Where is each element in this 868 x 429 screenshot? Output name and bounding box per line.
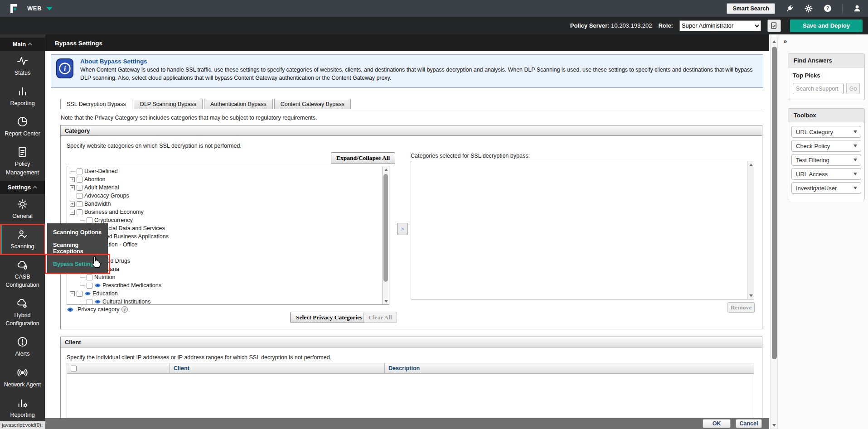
report-center-icon: [16, 116, 29, 128]
category-checkbox[interactable]: [77, 193, 82, 199]
product-dropdown-caret-icon[interactable]: [46, 7, 53, 10]
smart-search-button[interactable]: Smart Search: [727, 3, 775, 14]
scroll-up-arrow-icon[interactable]: [771, 38, 777, 45]
flyout-item-scanning-options[interactable]: Scanning Options: [47, 224, 108, 240]
sidebar-item-casb-configuration[interactable]: CASB Configuration: [0, 255, 45, 293]
category-checkbox[interactable]: [87, 299, 92, 305]
tree-row-education: −Education: [67, 289, 382, 298]
tree-scrollbar[interactable]: [382, 166, 389, 304]
tab-ssl-decryption-bypass[interactable]: SSL Decryption Bypass: [60, 99, 132, 109]
gear-icon[interactable]: [804, 4, 813, 13]
save-and-deploy-button[interactable]: Save and Deploy: [790, 19, 863, 32]
category-checkbox[interactable]: [87, 217, 92, 223]
category-checkbox[interactable]: [77, 185, 82, 191]
toolbox-dropdown-test-filtering[interactable]: Test Filtering: [791, 154, 861, 166]
category-checkbox[interactable]: [77, 201, 82, 207]
chevron-down-icon: [853, 159, 857, 161]
category-label[interactable]: Nutrition: [94, 274, 116, 280]
sidebar-section-main[interactable]: Main: [0, 38, 45, 51]
selected-list-scrollbar[interactable]: [747, 161, 754, 299]
privacy-info-icon[interactable]: i: [121, 306, 128, 313]
cancel-button[interactable]: Cancel: [736, 419, 762, 428]
category-checkbox[interactable]: [77, 177, 82, 183]
expand-icon[interactable]: +: [70, 202, 75, 207]
sidebar-section-settings[interactable]: Settings: [0, 181, 45, 194]
sidebar-item-report-center[interactable]: Report Center: [0, 111, 45, 142]
privacy-eye-icon: [84, 291, 91, 296]
scroll-down-arrow-icon[interactable]: [383, 298, 389, 304]
ok-button[interactable]: OK: [703, 419, 731, 428]
category-label[interactable]: Cryptocurrency: [94, 217, 133, 223]
toolbox-dropdown-check-policy[interactable]: Check Policy: [791, 140, 861, 152]
category-label[interactable]: Advocacy Groups: [84, 193, 129, 199]
expand-icon[interactable]: +: [70, 185, 75, 190]
sidebar-item-alerts[interactable]: Alerts: [0, 332, 45, 362]
category-label[interactable]: Business and Economy: [84, 209, 144, 215]
client-column-header: Client: [170, 363, 385, 373]
toolbox-dropdown-url-category[interactable]: URL Category: [791, 126, 861, 138]
clear-all-button[interactable]: Clear All: [364, 312, 397, 323]
category-checkbox[interactable]: [77, 291, 82, 297]
main-scrollbar-thumb[interactable]: [772, 47, 777, 359]
sidebar-item-hybrid-configuration[interactable]: Hybrid Configuration: [0, 293, 45, 332]
scroll-down-arrow-icon[interactable]: [747, 292, 754, 299]
main-scrollbar[interactable]: [770, 38, 778, 429]
category-checkbox[interactable]: [87, 283, 92, 289]
category-checkbox[interactable]: [87, 275, 92, 280]
collapse-panel-icon[interactable]: »: [783, 37, 787, 45]
category-label[interactable]: Education: [92, 290, 118, 297]
add-category-button[interactable]: >: [397, 223, 408, 235]
category-label[interactable]: Bandwidth: [84, 201, 111, 207]
role-select[interactable]: Super Administrator: [679, 20, 761, 31]
role-label: Role:: [658, 22, 673, 29]
toolbox-dropdown-investigateuser[interactable]: InvestigateUser: [791, 182, 861, 194]
sidebar-item-label: Reporting: [2, 411, 44, 419]
user-icon[interactable]: [853, 4, 862, 13]
category-label[interactable]: Cultural Institutions: [102, 299, 150, 305]
sidebar-item-status[interactable]: Status: [0, 51, 45, 81]
deploy-status-icon[interactable]: [767, 19, 781, 32]
select-all-checkbox[interactable]: [71, 366, 77, 371]
tree-scrollbar-thumb[interactable]: [383, 174, 388, 282]
go-button[interactable]: Go: [846, 83, 860, 94]
sidebar-item-general[interactable]: General: [0, 194, 45, 224]
tab-dlp-scanning-bypass[interactable]: DLP Scanning Bypass: [134, 99, 203, 109]
sidebar-section-label: Settings: [8, 184, 31, 191]
sidebar-item-reporting[interactable]: Reporting: [0, 393, 45, 423]
flyout-item-scanning-exceptions[interactable]: Scanning Exceptions: [47, 240, 108, 256]
plug-icon[interactable]: [785, 4, 794, 13]
category-label[interactable]: User-Defined: [84, 168, 118, 174]
topbar-divider: [842, 4, 843, 13]
toolbox-dropdown-url-access[interactable]: URL Access: [791, 168, 861, 180]
remove-button[interactable]: Remove: [727, 302, 755, 313]
sidebar-item-network-agent[interactable]: Network Agent: [0, 362, 45, 393]
about-title: About Bypass Settings: [80, 58, 758, 65]
category-tree: User-Defined+Abortion+Adult MaterialAdvo…: [67, 166, 389, 305]
status-bar-link-text: javascript:void(0);: [0, 421, 45, 429]
category-label[interactable]: Prescribed Medications: [102, 282, 161, 289]
collapse-icon[interactable]: −: [70, 291, 75, 296]
tab-authentication-bypass[interactable]: Authentication Bypass: [204, 99, 273, 109]
esupport-search-input[interactable]: [793, 83, 844, 94]
category-checkbox[interactable]: [77, 209, 82, 215]
help-icon[interactable]: ?: [823, 4, 832, 13]
category-checkbox[interactable]: [77, 169, 82, 174]
sidebar-item-label: Alerts: [2, 350, 44, 358]
scroll-down-arrow-icon[interactable]: [771, 422, 777, 429]
toolbox-card: Toolbox URL CategoryCheck PolicyTest Fil…: [788, 108, 865, 200]
policy-bar: Policy Server: 10.203.193.202 Role: Supe…: [0, 17, 868, 34]
selected-categories-list[interactable]: [411, 161, 754, 299]
scroll-up-arrow-icon[interactable]: [383, 166, 389, 173]
scroll-up-arrow-icon[interactable]: [747, 161, 754, 168]
category-section-title: Category: [61, 125, 762, 136]
sidebar-item-scanning[interactable]: Scanning: [0, 224, 45, 255]
sidebar-item-reporting[interactable]: Reporting: [0, 81, 45, 111]
collapse-icon[interactable]: −: [70, 210, 75, 215]
tab-content-gateway-bypass[interactable]: Content Gateway Bypass: [274, 99, 351, 109]
category-label[interactable]: Adult Material: [84, 184, 119, 191]
category-label[interactable]: Abortion: [84, 176, 106, 183]
expand-collapse-all-button[interactable]: Expand/Collapse All: [331, 152, 395, 164]
select-privacy-categories-button[interactable]: Select Privacy Categories: [290, 312, 368, 323]
sidebar-item-policy-management[interactable]: Policy Management: [0, 142, 45, 180]
expand-icon[interactable]: +: [70, 177, 75, 182]
